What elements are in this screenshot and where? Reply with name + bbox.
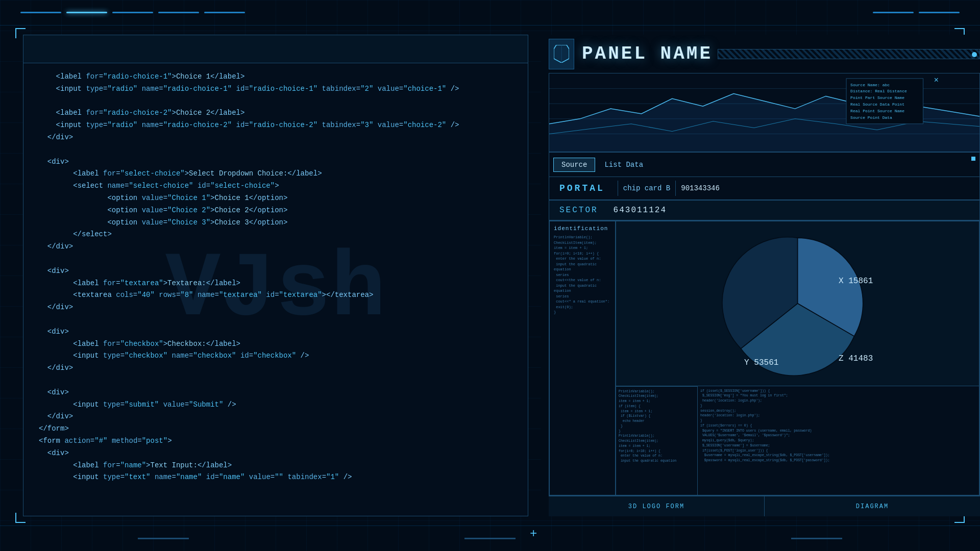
source-label: Source xyxy=(553,158,595,172)
panel-footer: 3D LOGO FORM DIAGRAM xyxy=(549,496,980,516)
right-panel: PANEL NAME × Source Name: abc Distance: … xyxy=(541,35,980,516)
code-content: VJsh <label for="radio-choice-1">Choice … xyxy=(23,63,528,516)
panel-name-bar: PANEL NAME xyxy=(549,35,980,73)
tab-indicator-3 xyxy=(112,12,153,13)
data-row: Source List Data xyxy=(549,152,980,178)
portal-bar: PORTAL chip card B 901343346 xyxy=(549,177,980,200)
tab-indicator-7 xyxy=(919,12,960,13)
id-number: 901343346 xyxy=(681,184,720,192)
code-line-17: </div> xyxy=(39,302,512,314)
bottom-bar xyxy=(0,525,980,551)
code-line-18: <div> xyxy=(39,326,512,338)
code-line-7: <label for="select-choice">Select Dropdo… xyxy=(39,168,512,180)
tab-indicator-4 xyxy=(158,12,199,13)
top-bar xyxy=(0,0,980,26)
code-line-8: <select name="select-choice" id="select-… xyxy=(39,180,512,192)
data-row-dot xyxy=(971,157,975,161)
code-line-27: <div> xyxy=(39,447,512,460)
bottom-indicator-2 xyxy=(464,538,516,539)
code-line-1: <label for="radio-choice-1">Choice 1</la… xyxy=(39,71,512,83)
code-line-12: </select> xyxy=(39,229,512,241)
bottom-indicator-1 xyxy=(138,538,189,539)
portal-divider xyxy=(618,181,618,196)
code-line-19: <label for="checkbox">Checkbox:</label> xyxy=(39,338,512,350)
panel-corner-indicator xyxy=(972,52,977,57)
svg-text:Real Source Data Point: Real Source Data Point xyxy=(850,102,904,107)
code-line-28: <label for="name">Text Input:</label> xyxy=(39,460,512,472)
tab-indicator-5 xyxy=(204,12,245,13)
code-line-6: <div> xyxy=(39,156,512,168)
code-line-blank-5 xyxy=(39,374,512,387)
code-line-14: <div> xyxy=(39,265,512,278)
svg-text:Real Point Source Name: Real Point Source Name xyxy=(850,109,904,113)
code-bottom-left: PrintlnVariable(); CheckListItem(item); … xyxy=(616,386,698,495)
code-line-10: <option value="Choice 2">Choice 2</optio… xyxy=(39,205,512,217)
portal-divider-2 xyxy=(675,181,676,196)
panel-name-text: PANEL NAME xyxy=(582,43,713,64)
chip-card-label: chip card B xyxy=(623,184,670,192)
svg-text:Source Name: abc: Source Name: abc xyxy=(850,83,890,87)
code-line-9: <option value="Choice 1">Choice 1</optio… xyxy=(39,192,512,205)
code-line-26: <form action="#" method="post"> xyxy=(39,435,512,447)
code-line-24: </div> xyxy=(39,411,512,423)
list-data-label: List Data xyxy=(599,161,648,169)
code-line-11: <option value="Choice 3">Choice 3</optio… xyxy=(39,217,512,229)
identification-code: PrintlnVariable(); CheckListItem(item); … xyxy=(554,235,611,315)
code-line-blank-4 xyxy=(39,314,512,326)
code-line-23: <input type="submit" value="Submit" /> xyxy=(39,399,512,411)
svg-text:Z 41483: Z 41483 xyxy=(839,354,873,363)
footer-label-right: DIAGRAM xyxy=(765,496,980,516)
code-line-4: <input type="radio" name="radio-choice-2… xyxy=(39,119,512,132)
identification-panel: identification PrintlnVariable(); CheckL… xyxy=(549,221,616,495)
sector-label: SECTOR xyxy=(559,206,598,215)
bottom-content: identification PrintlnVariable(); CheckL… xyxy=(549,220,980,496)
code-line-20: <input type="checkbox" name="checkbox" i… xyxy=(39,350,512,362)
svg-text:Y 53561: Y 53561 xyxy=(744,358,778,367)
code-bottom-right: if (isset($_SESSION['username'])) { $_SE… xyxy=(698,386,979,495)
tab-indicator-1 xyxy=(20,12,61,13)
tab-indicator-2 xyxy=(66,12,107,13)
top-tabs-left xyxy=(20,12,245,13)
code-line-16: <textarea cols="40" rows="8" name="texta… xyxy=(39,289,512,302)
close-icon[interactable]: × xyxy=(934,76,939,85)
code-line-blank-3 xyxy=(39,253,512,265)
tiny-code-right: if (isset($_SESSION['username'])) { $_SE… xyxy=(700,389,976,463)
code-line-5: </div> xyxy=(39,132,512,144)
bottom-indicator-3 xyxy=(791,538,842,539)
chart-area: × Source Name: abc Distance: Real Distan… xyxy=(549,73,980,152)
identification-title: identification xyxy=(554,226,611,232)
code-panel: VJsh <label for="radio-choice-1">Choice … xyxy=(23,35,528,516)
svg-text:X 15861: X 15861 xyxy=(839,277,873,286)
svg-text:Point Part Source Name: Point Part Source Name xyxy=(850,95,904,100)
chart-right: X 15861 Z 41483 Y 53561 PrintlnVariable(… xyxy=(616,221,979,495)
tab-indicator-6 xyxy=(873,12,914,13)
code-line-15: <label for="textarea">Textarea:</label> xyxy=(39,278,512,290)
code-line-22: <div> xyxy=(39,387,512,399)
top-tabs-right xyxy=(873,12,960,13)
code-panel-header xyxy=(23,35,528,63)
code-line-13: </div> xyxy=(39,241,512,253)
code-line-blank-2 xyxy=(39,144,512,156)
code-line-3: <label for="radio-choice-2">Choice 2</la… xyxy=(39,107,512,119)
code-line-blank-1 xyxy=(39,95,512,108)
sector-bar: SECTOR 643011124 xyxy=(549,200,980,220)
svg-text:Distance: Real Distance: Distance: Real Distance xyxy=(850,89,907,94)
svg-text:Source Point Data: Source Point Data xyxy=(850,115,892,120)
tiny-code-left: PrintlnVariable(); CheckListItem(item); … xyxy=(619,389,695,464)
code-line-2: <input type="radio" name="radio-choice-1… xyxy=(39,83,512,95)
portal-label: PORTAL xyxy=(552,183,612,193)
code-line-21: </div> xyxy=(39,362,512,374)
panel-hatch xyxy=(718,49,980,59)
sector-value: 643011124 xyxy=(614,206,667,215)
footer-label-left: 3D LOGO FORM xyxy=(549,496,765,516)
code-line-29: <input type="text" name="name" id="name"… xyxy=(39,471,512,484)
panel-icon xyxy=(549,39,574,69)
code-line-25: </form> xyxy=(39,423,512,435)
